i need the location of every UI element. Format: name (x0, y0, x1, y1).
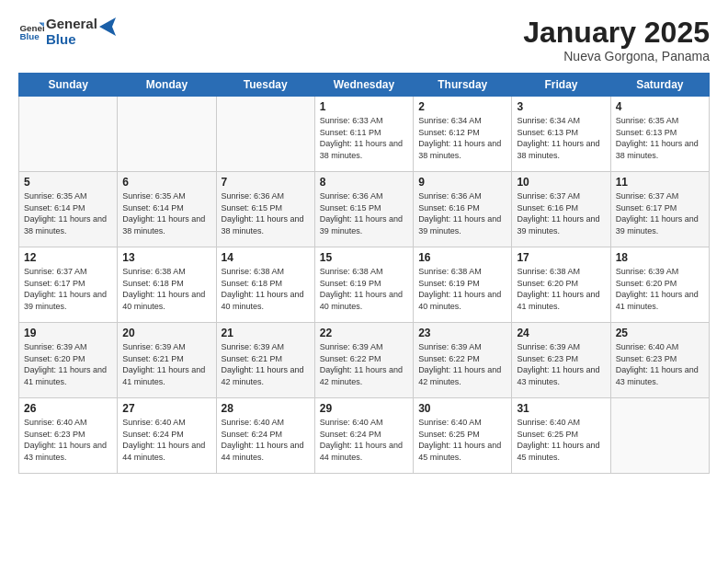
table-row: 26Sunrise: 6:40 AM Sunset: 6:23 PM Dayli… (19, 398, 118, 474)
calendar-week-row: 26Sunrise: 6:40 AM Sunset: 6:23 PM Dayli… (19, 398, 710, 474)
table-row: 29Sunrise: 6:40 AM Sunset: 6:24 PM Dayli… (314, 398, 413, 474)
day-number: 19 (24, 327, 112, 339)
table-row: 4Sunrise: 6:35 AM Sunset: 6:13 PM Daylig… (610, 97, 709, 172)
day-number: 28 (222, 402, 310, 415)
day-info: Sunrise: 6:39 AM Sunset: 6:21 PM Dayligh… (122, 341, 210, 387)
day-number: 21 (222, 327, 310, 339)
calendar-week-row: 1Sunrise: 6:33 AM Sunset: 6:11 PM Daylig… (19, 97, 710, 172)
day-number: 17 (517, 251, 605, 264)
day-number: 18 (616, 251, 704, 264)
table-row: 25Sunrise: 6:40 AM Sunset: 6:23 PM Dayli… (610, 323, 709, 398)
calendar-week-row: 19Sunrise: 6:39 AM Sunset: 6:20 PM Dayli… (19, 323, 710, 398)
day-info: Sunrise: 6:36 AM Sunset: 6:16 PM Dayligh… (418, 190, 506, 236)
col-monday: Monday (118, 74, 216, 97)
col-wednesday: Wednesday (314, 74, 413, 97)
table-row (118, 97, 216, 172)
day-info: Sunrise: 6:36 AM Sunset: 6:15 PM Dayligh… (320, 190, 408, 236)
col-saturday: Saturday (610, 74, 709, 97)
day-info: Sunrise: 6:34 AM Sunset: 6:12 PM Dayligh… (418, 115, 506, 161)
title-block: January 2025 Nueva Gorgona, Panama (523, 17, 710, 63)
day-info: Sunrise: 6:39 AM Sunset: 6:20 PM Dayligh… (616, 266, 704, 312)
month-title: January 2025 (523, 17, 710, 49)
day-number: 5 (24, 176, 112, 189)
table-row: 16Sunrise: 6:38 AM Sunset: 6:19 PM Dayli… (414, 247, 512, 323)
day-info: Sunrise: 6:33 AM Sunset: 6:11 PM Dayligh… (320, 115, 408, 161)
table-row: 28Sunrise: 6:40 AM Sunset: 6:24 PM Dayli… (216, 398, 314, 474)
day-info: Sunrise: 6:40 AM Sunset: 6:24 PM Dayligh… (122, 417, 210, 463)
day-number: 31 (517, 402, 605, 415)
location-subtitle: Nueva Gorgona, Panama (523, 49, 710, 63)
day-info: Sunrise: 6:39 AM Sunset: 6:23 PM Dayligh… (517, 341, 605, 387)
day-info: Sunrise: 6:40 AM Sunset: 6:24 PM Dayligh… (222, 417, 310, 463)
table-row: 6Sunrise: 6:35 AM Sunset: 6:14 PM Daylig… (118, 172, 216, 247)
day-number: 23 (418, 327, 506, 339)
col-sunday: Sunday (19, 74, 118, 97)
day-number: 4 (616, 100, 704, 113)
day-number: 7 (222, 176, 310, 189)
day-info: Sunrise: 6:38 AM Sunset: 6:19 PM Dayligh… (418, 266, 506, 312)
table-row: 18Sunrise: 6:39 AM Sunset: 6:20 PM Dayli… (610, 247, 709, 323)
day-info: Sunrise: 6:38 AM Sunset: 6:18 PM Dayligh… (222, 266, 310, 312)
col-thursday: Thursday (414, 74, 512, 97)
day-info: Sunrise: 6:37 AM Sunset: 6:17 PM Dayligh… (24, 266, 112, 312)
day-number: 3 (517, 100, 605, 113)
day-number: 12 (24, 251, 112, 264)
table-row: 23Sunrise: 6:39 AM Sunset: 6:22 PM Dayli… (414, 323, 512, 398)
day-info: Sunrise: 6:39 AM Sunset: 6:22 PM Dayligh… (418, 341, 506, 387)
col-friday: Friday (512, 74, 610, 97)
day-info: Sunrise: 6:35 AM Sunset: 6:14 PM Dayligh… (122, 190, 210, 236)
table-row: 24Sunrise: 6:39 AM Sunset: 6:23 PM Dayli… (512, 323, 610, 398)
table-row: 3Sunrise: 6:34 AM Sunset: 6:13 PM Daylig… (512, 97, 610, 172)
table-row: 2Sunrise: 6:34 AM Sunset: 6:12 PM Daylig… (414, 97, 512, 172)
day-info: Sunrise: 6:35 AM Sunset: 6:13 PM Dayligh… (616, 115, 704, 161)
table-row: 21Sunrise: 6:39 AM Sunset: 6:21 PM Dayli… (216, 323, 314, 398)
table-row: 11Sunrise: 6:37 AM Sunset: 6:17 PM Dayli… (610, 172, 709, 247)
day-info: Sunrise: 6:36 AM Sunset: 6:15 PM Dayligh… (222, 190, 310, 236)
header: General Blue General Blue January 2025 N… (18, 17, 710, 63)
svg-marker-4 (99, 17, 116, 36)
table-row: 17Sunrise: 6:38 AM Sunset: 6:20 PM Dayli… (512, 247, 610, 323)
day-number: 9 (418, 176, 506, 189)
day-info: Sunrise: 6:34 AM Sunset: 6:13 PM Dayligh… (517, 115, 605, 161)
day-number: 1 (320, 100, 408, 113)
day-info: Sunrise: 6:39 AM Sunset: 6:20 PM Dayligh… (24, 341, 112, 387)
table-row: 19Sunrise: 6:39 AM Sunset: 6:20 PM Dayli… (19, 323, 118, 398)
table-row: 13Sunrise: 6:38 AM Sunset: 6:18 PM Dayli… (118, 247, 216, 323)
calendar-week-row: 12Sunrise: 6:37 AM Sunset: 6:17 PM Dayli… (19, 247, 710, 323)
calendar-week-row: 5Sunrise: 6:35 AM Sunset: 6:14 PM Daylig… (19, 172, 710, 247)
day-number: 6 (122, 176, 210, 189)
col-tuesday: Tuesday (216, 74, 314, 97)
table-row (610, 398, 709, 474)
table-row: 22Sunrise: 6:39 AM Sunset: 6:22 PM Dayli… (314, 323, 413, 398)
day-number: 15 (320, 251, 408, 264)
day-info: Sunrise: 6:39 AM Sunset: 6:22 PM Dayligh… (320, 341, 408, 387)
table-row: 1Sunrise: 6:33 AM Sunset: 6:11 PM Daylig… (314, 97, 413, 172)
day-number: 22 (320, 327, 408, 339)
day-number: 11 (616, 176, 704, 189)
svg-text:Blue: Blue (19, 31, 40, 41)
logo-icon: General Blue (18, 19, 44, 45)
table-row: 8Sunrise: 6:36 AM Sunset: 6:15 PM Daylig… (314, 172, 413, 247)
page: General Blue General Blue January 2025 N… (0, 0, 728, 563)
logo-general: General (46, 17, 97, 32)
table-row: 12Sunrise: 6:37 AM Sunset: 6:17 PM Dayli… (19, 247, 118, 323)
logo-blue: Blue (46, 32, 97, 48)
day-number: 30 (418, 402, 506, 415)
table-row: 10Sunrise: 6:37 AM Sunset: 6:16 PM Dayli… (512, 172, 610, 247)
day-number: 2 (418, 100, 506, 113)
logo-bird-icon (99, 17, 116, 36)
day-number: 24 (517, 327, 605, 339)
table-row (216, 97, 314, 172)
table-row: 31Sunrise: 6:40 AM Sunset: 6:25 PM Dayli… (512, 398, 610, 474)
day-number: 20 (122, 327, 210, 339)
table-row: 7Sunrise: 6:36 AM Sunset: 6:15 PM Daylig… (216, 172, 314, 247)
day-info: Sunrise: 6:38 AM Sunset: 6:19 PM Dayligh… (320, 266, 408, 312)
days-header-row: Sunday Monday Tuesday Wednesday Thursday… (19, 74, 710, 97)
day-info: Sunrise: 6:40 AM Sunset: 6:23 PM Dayligh… (616, 341, 704, 387)
table-row: 14Sunrise: 6:38 AM Sunset: 6:18 PM Dayli… (216, 247, 314, 323)
table-row: 15Sunrise: 6:38 AM Sunset: 6:19 PM Dayli… (314, 247, 413, 323)
day-info: Sunrise: 6:37 AM Sunset: 6:16 PM Dayligh… (517, 190, 605, 236)
day-number: 26 (24, 402, 112, 415)
day-info: Sunrise: 6:40 AM Sunset: 6:25 PM Dayligh… (418, 417, 506, 463)
table-row: 20Sunrise: 6:39 AM Sunset: 6:21 PM Dayli… (118, 323, 216, 398)
